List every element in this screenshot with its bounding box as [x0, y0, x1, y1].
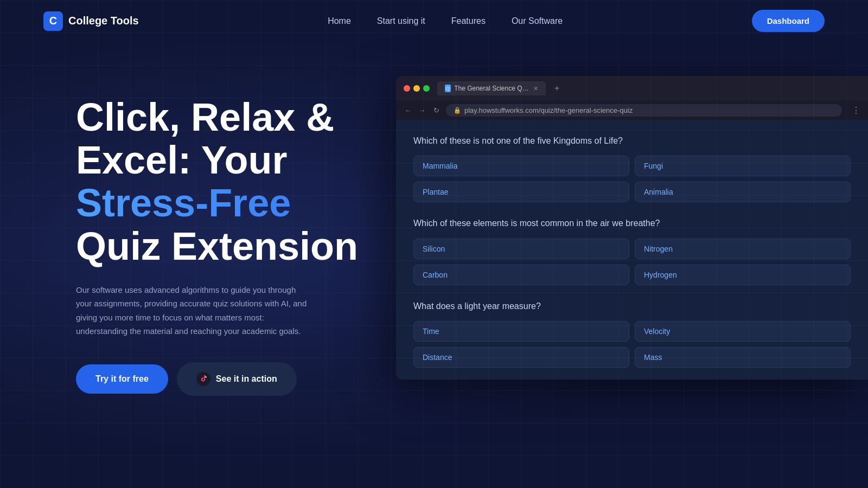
hero-description: Our software uses advanced algorithms to… [76, 283, 309, 338]
try-free-button[interactable]: Try it for free [76, 364, 168, 394]
svg-point-0 [196, 372, 210, 386]
nav-start[interactable]: Start using it [377, 16, 425, 26]
nav-features[interactable]: Features [451, 16, 486, 26]
logo[interactable]: C College Tools [43, 11, 139, 31]
main-content: Click, Relax & Excel: Your Stress-Free Q… [0, 42, 868, 396]
hero-title-line3: Quiz Extension [76, 224, 358, 268]
logo-icon: C [43, 11, 63, 31]
hero-section: Click, Relax & Excel: Your Stress-Free Q… [76, 85, 391, 396]
hero-title-accent: Stress-Free [76, 181, 291, 224]
navbar: C College Tools Home Start using it Feat… [0, 0, 868, 42]
see-action-button[interactable]: See it in action [177, 362, 297, 396]
nav-software[interactable]: Our Software [512, 16, 563, 26]
dashboard-button[interactable]: Dashboard [752, 10, 825, 32]
nav-links: Home Start using it Features Our Softwar… [328, 16, 563, 26]
see-action-label: See it in action [216, 374, 277, 384]
hero-title: Click, Relax & Excel: Your Stress-Free Q… [76, 96, 391, 268]
brand-name: College Tools [68, 15, 139, 27]
hero-title-line2: Excel: Your [76, 138, 288, 182]
hero-title-line1: Click, Relax & [76, 95, 334, 139]
tiktok-icon [196, 372, 210, 386]
nav-home[interactable]: Home [328, 16, 351, 26]
cta-buttons: Try it for free See it in action [76, 362, 391, 396]
